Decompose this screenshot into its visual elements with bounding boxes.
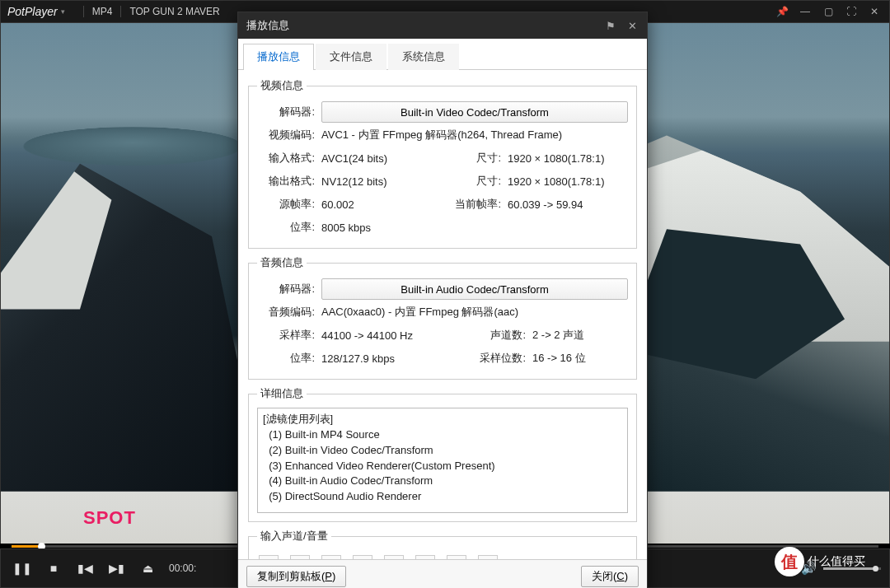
dialog-title: 播放信息	[246, 18, 289, 33]
dialog-titlebar[interactable]: 播放信息 ⚑ ✕	[238, 12, 647, 39]
app-brand[interactable]: PotPlayer	[7, 5, 58, 18]
fullscreen-icon[interactable]: ⛶	[843, 3, 860, 20]
pin-icon[interactable]: 📌	[774, 3, 790, 20]
dialog-body[interactable]: 视频信息 解码器: Built-in Video Codec/Transform…	[238, 70, 647, 559]
eject-button[interactable]: ⏏	[134, 555, 161, 581]
channel-slider[interactable]	[353, 555, 372, 559]
maximize-icon[interactable]: ▢	[820, 3, 836, 20]
tab-playback-info[interactable]: 播放信息	[243, 44, 314, 70]
prev-button[interactable]: ▮◀	[72, 555, 98, 581]
channel-slider[interactable]	[447, 555, 466, 559]
site-watermark: 值 什么值得买	[775, 545, 880, 578]
dialog-pin-icon[interactable]: ⚑	[604, 20, 617, 32]
channel-slider[interactable]	[415, 555, 435, 559]
channel-slider[interactable]	[321, 555, 341, 559]
dialog-footer: 复制到剪贴板(P) 关闭(C)	[238, 559, 647, 588]
volume-legend: 输入声道/音量	[257, 529, 331, 544]
output-format: NV12(12 bits)	[321, 175, 429, 188]
copy-clipboard-button[interactable]: 复制到剪贴板(P)	[246, 566, 346, 587]
sample-bits: 16 -> 16 位	[532, 351, 586, 366]
samplerate: 44100 -> 44100 Hz	[321, 329, 453, 342]
input-format: AVC1(24 bits)	[321, 152, 429, 165]
close-icon[interactable]: ✕	[866, 3, 883, 20]
video-encoding: AVC1 - 内置 FFmpeg 解码器(h264, Thread Frame)	[321, 128, 562, 142]
stop-button[interactable]: ■	[40, 555, 67, 581]
tab-file-info[interactable]: 文件信息	[316, 44, 386, 70]
video-watermark: SPOT	[83, 507, 136, 529]
tab-system-info[interactable]: 系统信息	[388, 44, 459, 70]
audio-legend: 音频信息	[257, 255, 307, 270]
source-fps: 60.002	[321, 198, 429, 211]
output-dimension: 1920 × 1080(1.78:1)	[508, 175, 604, 188]
chevron-down-icon[interactable]: ▾	[61, 7, 65, 16]
video-info-group: 视频信息 解码器: Built-in Video Codec/Transform…	[248, 78, 637, 249]
time-display: 00:00:	[169, 562, 196, 574]
video-bitrate: 8005 kbps	[321, 222, 371, 234]
smzdm-logo-icon: 值	[775, 547, 804, 576]
format-label: MP4	[92, 6, 113, 17]
audio-decoder-button[interactable]: Built-in Audio Codec/Transform	[321, 278, 628, 300]
minimize-icon[interactable]: —	[797, 3, 813, 20]
detail-legend: 详细信息	[257, 386, 307, 401]
detail-textarea[interactable]: [滤镜使用列表] (1) Built-in MP4 Source (2) Bui…	[257, 408, 628, 513]
input-dimension: 1920 × 1080(1.78:1)	[508, 152, 604, 165]
current-fps: 60.039 -> 59.94	[508, 198, 583, 211]
pause-button[interactable]: ❚❚	[9, 555, 35, 581]
file-title: TOP GUN 2 MAVER	[129, 6, 219, 17]
audio-info-group: 音频信息 解码器: Built-in Audio Codec/Transform…	[248, 255, 637, 380]
channel-slider[interactable]	[259, 555, 279, 559]
video-decoder-button[interactable]: Built-in Video Codec/Transform	[321, 101, 628, 123]
audio-bitrate: 128/127.9 kbps	[321, 352, 453, 365]
input-volume-group: 输入声道/音量	[248, 529, 637, 559]
video-legend: 视频信息	[257, 78, 307, 93]
channel-slider[interactable]	[290, 555, 310, 559]
channels: 2 -> 2 声道	[532, 328, 584, 343]
next-button[interactable]: ▶▮	[103, 555, 129, 581]
dialog-close-icon[interactable]: ✕	[625, 20, 639, 32]
dialog-tabs: 播放信息 文件信息 系统信息	[238, 39, 647, 70]
channel-slider[interactable]	[384, 555, 404, 559]
close-button[interactable]: 关闭(C)	[581, 566, 639, 587]
detail-info-group: 详细信息 [滤镜使用列表] (1) Built-in MP4 Source (2…	[248, 386, 637, 522]
channel-slider[interactable]	[478, 555, 498, 559]
playback-info-dialog: 播放信息 ⚑ ✕ 播放信息 文件信息 系统信息 视频信息 解码器: Built-…	[237, 12, 648, 588]
audio-encoding: AAC(0xaac0) - 内置 FFmpeg 解码器(aac)	[321, 305, 518, 320]
